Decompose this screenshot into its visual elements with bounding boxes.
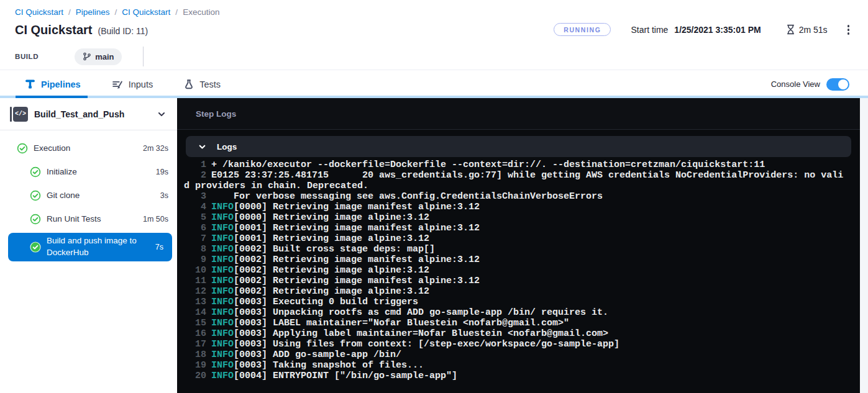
breadcrumb: CI Quickstart/Pipelines/CI Quickstart/Ex…	[15, 6, 853, 17]
log-line: 15INFO[0003] LABEL maintainer="Nofar Blu…	[184, 318, 845, 328]
console-title: Step Logs	[196, 109, 236, 119]
start-time-label: Start time	[631, 25, 668, 35]
log-level-info: INFO	[211, 233, 234, 244]
step-item[interactable]: Build and push image to DockerHub7s	[8, 233, 172, 261]
branch-badge[interactable]: main	[75, 48, 122, 65]
console-view-label: Console View	[771, 79, 820, 89]
log-level-info: INFO	[211, 265, 234, 276]
log-level-info: INFO	[211, 244, 234, 255]
elapsed-block: 2m 51s	[786, 24, 828, 35]
step-label: Run Unit Tests	[47, 214, 101, 225]
step-item[interactable]: Initialize19s	[0, 160, 177, 184]
breadcrumb-link[interactable]: Pipelines	[76, 7, 110, 17]
step-list: Execution2m 32sInitialize19sGit clone3sR…	[0, 130, 177, 261]
more-options-kebab-icon[interactable]	[844, 22, 853, 37]
stage-name: Build_Test_and_Push	[34, 109, 150, 119]
logs-section-label: Logs	[217, 142, 237, 151]
console-view-toggle[interactable]	[826, 78, 849, 91]
line-number: 10	[184, 265, 206, 276]
line-number: 2	[184, 170, 206, 181]
line-number: 6	[184, 223, 206, 233]
log-output: 1+ /kaniko/executor --dockerfile=Dockerf…	[177, 157, 860, 387]
step-label: Initialize	[47, 166, 77, 178]
branch-name: main	[95, 52, 114, 61]
tabs: PipelinesInputsTests	[25, 79, 252, 89]
step-duration: 3s	[157, 191, 168, 200]
step-label: Git clone	[47, 190, 80, 202]
line-number: 19	[184, 360, 206, 371]
breadcrumb-separator: /	[115, 7, 117, 17]
success-check-icon	[17, 143, 28, 154]
build-label: BUILD	[15, 53, 39, 60]
log-line: 16INFO[0003] Applying label maintainer=N…	[184, 328, 845, 339]
tab-label: Inputs	[129, 79, 153, 89]
log-level-info: INFO	[211, 307, 234, 318]
build-row: BUILD main	[15, 46, 853, 70]
stage-code-icon: </>	[10, 107, 28, 122]
tab-label: Tests	[199, 79, 221, 89]
tab-inputs[interactable]: Inputs	[112, 79, 153, 89]
line-number: 18	[184, 350, 206, 360]
inputs-icon	[112, 79, 123, 89]
breadcrumb-link[interactable]: CI Quickstart	[122, 7, 170, 17]
log-level-info: INFO	[211, 223, 234, 233]
log-line: 3 For verbose messaging see aws.Config.C…	[184, 191, 845, 202]
right-gutter	[860, 98, 868, 393]
line-number: 15	[184, 318, 206, 328]
stage-header[interactable]: </> Build_Test_and_Push	[0, 98, 177, 130]
chevron-down-icon[interactable]	[156, 109, 167, 120]
line-number: 16	[184, 328, 206, 339]
success-check-icon	[30, 214, 41, 225]
line-number: 5	[184, 212, 206, 223]
log-level-info: INFO	[211, 202, 234, 212]
log-line: 11INFO[0002] Retrieving image manifest a…	[184, 276, 845, 286]
step-duration: 2m 32s	[139, 144, 168, 153]
step-item[interactable]: Execution2m 32s	[0, 137, 177, 160]
step-item[interactable]: Run Unit Tests1m 50s	[0, 207, 177, 231]
title-row: CI Quickstart (Build ID: 11) RUNNING Sta…	[15, 20, 853, 39]
log-level-info: INFO	[211, 255, 234, 265]
log-level-info: INFO	[211, 276, 234, 286]
step-label: Execution	[34, 143, 70, 155]
page-header: CI Quickstart/Pipelines/CI Quickstart/Ex…	[0, 0, 868, 70]
tab-bar: PipelinesInputsTests Console View	[0, 70, 868, 98]
build-id-label: (Build ID: 11)	[98, 24, 148, 36]
logs-section-header[interactable]: Logs	[186, 136, 851, 157]
tests-icon	[184, 79, 194, 89]
execution-meta: RUNNING Start time 1/25/2021 3:35:01 PM …	[554, 22, 853, 37]
log-line: 8INFO[0002] Built cross stage deps: map[…	[184, 244, 845, 255]
breadcrumb-separator: /	[68, 7, 71, 17]
active-tab-indicator	[16, 96, 88, 98]
log-line: 20INFO[0004] ENTRYPOINT ["/bin/go-sample…	[184, 371, 845, 381]
tab-underline	[0, 96, 868, 98]
log-line: 14INFO[0003] Unpacking rootfs as cmd ADD…	[184, 307, 845, 318]
log-line: 7INFO[0001] Retrieving image alpine:3.12	[184, 233, 845, 244]
git-branch-icon	[83, 52, 91, 61]
log-line: 10INFO[0002] Retrieving image alpine:3.1…	[184, 265, 845, 276]
step-label: Build and push image to DockerHub	[47, 235, 141, 259]
step-logs-console: Step Logs Logs 1+ /kaniko/executor --doc…	[177, 98, 860, 393]
log-line: 9INFO[0002] Retrieving image manifest al…	[184, 255, 845, 265]
log-level-info: INFO	[211, 328, 234, 339]
tab-pipelines[interactable]: Pipelines	[25, 79, 81, 89]
start-time-block: Start time 1/25/2021 3:35:01 PM	[631, 25, 761, 35]
log-level-info: INFO	[211, 212, 234, 223]
line-number: 9	[184, 255, 206, 265]
log-line: 17INFO[0003] Using files from context: […	[184, 339, 845, 350]
log-level-info: INFO	[211, 286, 234, 297]
tab-tests[interactable]: Tests	[184, 79, 221, 89]
log-line: 18INFO[0003] ADD go-sample-app /bin/	[184, 350, 845, 360]
log-level-info: INFO	[211, 371, 234, 381]
log-line: 6INFO[0001] Retrieving image manifest al…	[184, 223, 845, 233]
step-item[interactable]: Git clone3s	[0, 184, 177, 207]
breadcrumb-separator: /	[175, 7, 178, 17]
line-number: 11	[184, 276, 206, 286]
log-line: 12INFO[0002] Retrieving image alpine:3.1…	[184, 286, 845, 297]
toggle-knob	[838, 79, 848, 89]
page-title: CI Quickstart	[15, 23, 92, 37]
breadcrumb-link[interactable]: CI Quickstart	[15, 7, 63, 17]
line-number: 12	[184, 286, 206, 297]
log-line: 19INFO[0003] Taking snapshot of files...	[184, 360, 845, 371]
log-level-info: INFO	[211, 360, 234, 371]
header-divider	[143, 47, 144, 66]
